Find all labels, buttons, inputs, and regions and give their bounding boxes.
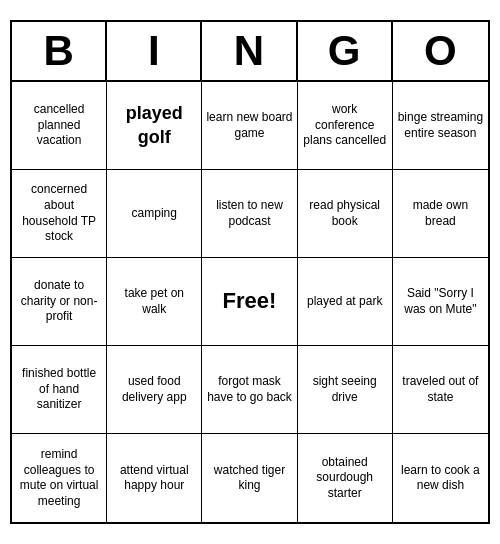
bingo-cell-20[interactable]: remind colleagues to mute on virtual mee…	[12, 434, 107, 522]
bingo-cell-22[interactable]: watched tiger king	[202, 434, 297, 522]
bingo-cell-6[interactable]: camping	[107, 170, 202, 258]
bingo-cell-13[interactable]: played at park	[298, 258, 393, 346]
bingo-cell-15[interactable]: finished bottle of hand sanitizer	[12, 346, 107, 434]
bingo-cell-10[interactable]: donate to charity or non-profit	[12, 258, 107, 346]
bingo-cell-24[interactable]: learn to cook a new dish	[393, 434, 488, 522]
bingo-cell-1[interactable]: played golf	[107, 82, 202, 170]
bingo-cell-14[interactable]: Said "Sorry I was on Mute"	[393, 258, 488, 346]
bingo-letter-n: N	[202, 22, 297, 80]
bingo-cell-16[interactable]: used food delivery app	[107, 346, 202, 434]
bingo-cell-4[interactable]: binge streaming entire season	[393, 82, 488, 170]
bingo-letter-o: O	[393, 22, 488, 80]
bingo-letter-b: B	[12, 22, 107, 80]
bingo-cell-9[interactable]: made own bread	[393, 170, 488, 258]
bingo-cell-0[interactable]: cancelled planned vacation	[12, 82, 107, 170]
bingo-cell-12[interactable]: Free!	[202, 258, 297, 346]
bingo-cell-18[interactable]: sight seeing drive	[298, 346, 393, 434]
bingo-cell-11[interactable]: take pet on walk	[107, 258, 202, 346]
bingo-header: BINGO	[12, 22, 488, 82]
bingo-letter-g: G	[298, 22, 393, 80]
bingo-grid: cancelled planned vacationplayed golflea…	[12, 82, 488, 522]
bingo-cell-19[interactable]: traveled out of state	[393, 346, 488, 434]
bingo-cell-7[interactable]: listen to new podcast	[202, 170, 297, 258]
bingo-cell-5[interactable]: concerned about household TP stock	[12, 170, 107, 258]
bingo-cell-21[interactable]: attend virtual happy hour	[107, 434, 202, 522]
bingo-letter-i: I	[107, 22, 202, 80]
bingo-card: BINGO cancelled planned vacationplayed g…	[10, 20, 490, 524]
bingo-cell-17[interactable]: forgot mask have to go back	[202, 346, 297, 434]
bingo-cell-8[interactable]: read physical book	[298, 170, 393, 258]
bingo-cell-2[interactable]: learn new board game	[202, 82, 297, 170]
bingo-cell-3[interactable]: work conference plans cancelled	[298, 82, 393, 170]
bingo-cell-23[interactable]: obtained sourdough starter	[298, 434, 393, 522]
